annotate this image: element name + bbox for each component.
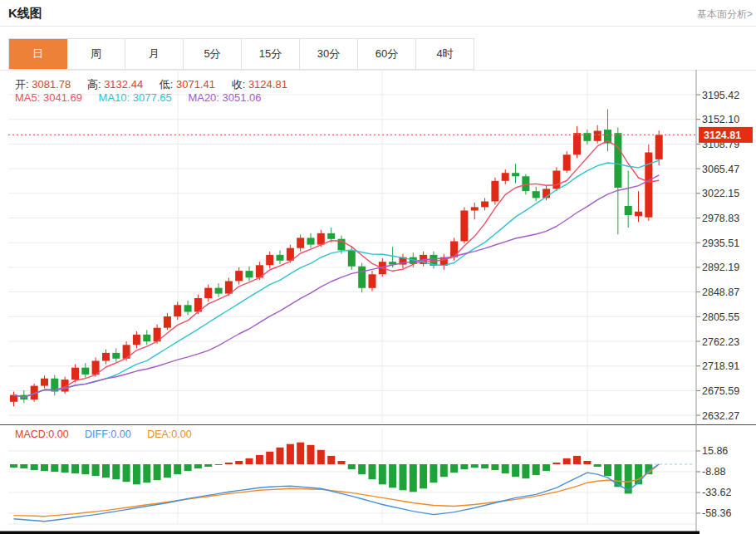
tab-5min[interactable]: 5分 — [184, 39, 242, 69]
kline-chart[interactable]: 3195.423152.103108.793065.473022.152978.… — [0, 70, 756, 534]
open-value: 3081.78 — [32, 78, 71, 91]
svg-text:2805.55: 2805.55 — [702, 311, 739, 323]
low-label: 低: — [160, 78, 174, 91]
ma5-legend: MA5: 3041.69 — [15, 91, 82, 104]
macd-legend: MACD:0.00 DIFF:0.00 DEA:0.00 — [15, 429, 205, 440]
ma20-legend: MA20: 3051.06 — [188, 91, 261, 104]
tab-60min[interactable]: 60分 — [358, 39, 416, 69]
svg-text:3124.81: 3124.81 — [704, 130, 741, 141]
dea-value: DEA:0.00 — [147, 429, 192, 440]
svg-text:2718.91: 2718.91 — [702, 360, 739, 372]
tab-30min[interactable]: 30分 — [300, 39, 358, 69]
title-divider — [0, 26, 756, 27]
svg-text:-8.88: -8.88 — [702, 466, 726, 478]
svg-text:2935.51: 2935.51 — [702, 238, 739, 249]
tab-week[interactable]: 周 — [67, 39, 125, 69]
tab-15min[interactable]: 15分 — [242, 39, 300, 69]
page-title: K线图 — [8, 6, 42, 22]
period-tabs: 日 周 月 5分 15分 30分 60分 4时 — [8, 38, 474, 70]
svg-text:2848.87: 2848.87 — [702, 287, 739, 298]
candlestick-macd-canvas[interactable]: 3195.423152.103108.793065.473022.152978.… — [0, 70, 756, 534]
svg-text:3022.15: 3022.15 — [702, 188, 739, 199]
svg-text:2675.59: 2675.59 — [702, 385, 739, 397]
high-label: 高: — [87, 78, 101, 91]
tab-day[interactable]: 日 — [9, 39, 67, 69]
svg-text:3152.10: 3152.10 — [702, 114, 739, 125]
ohlc-legend: 开: 3081.78 高: 3132.44 低: 3071.41 收: 3124… — [15, 77, 301, 92]
macd-value: MACD:0.00 — [15, 429, 69, 440]
svg-text:15.86: 15.86 — [702, 445, 728, 457]
svg-text:3195.42: 3195.42 — [702, 90, 739, 101]
open-label: 开: — [15, 78, 29, 91]
ma-legend: MA5: 3041.69 MA10: 3077.65 MA20: 3051.06 — [15, 91, 275, 104]
fundamental-analysis-link[interactable]: 基本面分析> — [697, 7, 753, 22]
svg-text:2762.23: 2762.23 — [702, 336, 739, 348]
close-label: 收: — [232, 78, 246, 91]
high-value: 3132.44 — [104, 78, 143, 91]
ma10-legend: MA10: 3077.65 — [99, 91, 172, 104]
diff-value: DIFF:0.00 — [85, 429, 131, 440]
close-value: 3124.81 — [248, 78, 287, 91]
tab-month[interactable]: 月 — [125, 39, 184, 69]
tab-4hour[interactable]: 4时 — [416, 39, 474, 69]
low-value: 3071.41 — [176, 78, 215, 91]
svg-text:-58.36: -58.36 — [702, 507, 731, 519]
svg-text:2892.19: 2892.19 — [702, 262, 739, 273]
svg-text:2632.27: 2632.27 — [702, 410, 739, 422]
svg-text:3065.47: 3065.47 — [702, 164, 739, 175]
svg-text:2978.83: 2978.83 — [702, 213, 739, 224]
svg-text:-33.62: -33.62 — [702, 487, 731, 498]
